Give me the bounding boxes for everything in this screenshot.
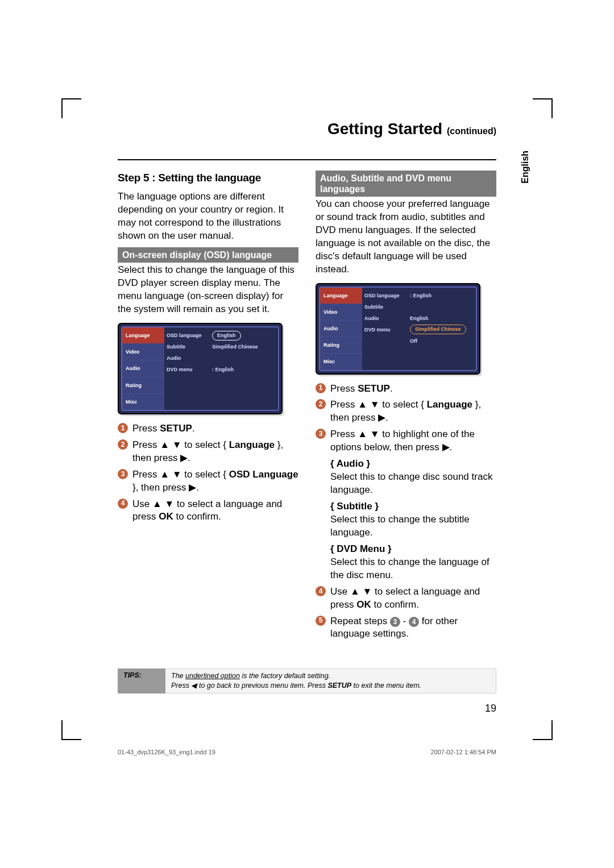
- shot-row: OSD language: English: [364, 290, 474, 301]
- step-number-icon: 3: [118, 469, 128, 479]
- step-item: 2Press ▲ ▼ to select { Language }, then …: [316, 398, 496, 425]
- step-item: 4Use ▲ ▼ to select a language and press …: [118, 498, 298, 524]
- shot-row: Off: [364, 335, 474, 347]
- left-column: Step 5 : Setting the language The langua…: [118, 171, 298, 645]
- option-block: { DVD Menu }Select this to change the la…: [330, 543, 496, 582]
- shot-row: AudioEnglish: [364, 313, 474, 324]
- step-item: 3Press ▲ ▼ to select { OSD Language }, t…: [118, 468, 298, 495]
- step-heading: Step 5 : Setting the language: [118, 171, 298, 185]
- tips-body: The underlined option is the factory def…: [165, 668, 496, 693]
- page-title: Getting Started (continued): [118, 118, 496, 143]
- step-number-icon: 5: [316, 616, 326, 626]
- shot-sidebar: LanguageVideoAudioRatingMisc: [320, 288, 362, 370]
- footer-date: 2007-02-12 1:48:54 PM: [430, 748, 496, 757]
- osd-header-band: On-screen display (OSD) language: [118, 247, 298, 263]
- option-desc: Select this to change disc sound track l…: [330, 471, 496, 497]
- shot-side-item: Misc: [122, 393, 164, 410]
- step-number-icon: 4: [316, 586, 326, 596]
- shot-main: OSD language: EnglishSubtitleAudioEnglis…: [362, 288, 476, 370]
- step-number-icon: 1: [316, 383, 326, 393]
- step-number-icon: 1: [118, 423, 128, 433]
- crop-mark: [61, 98, 81, 118]
- shot-side-item: Language: [320, 288, 362, 304]
- option-desc: Select this to change the language of th…: [330, 556, 496, 582]
- step-item: 3Press ▲ ▼ to highlight one of the optio…: [316, 428, 496, 454]
- step-number-icon: 3: [316, 429, 326, 439]
- step-text: Repeat steps 3 - 4 for other language se…: [330, 615, 496, 641]
- right-steps-2: 4Use ▲ ▼ to select a language and press …: [316, 585, 496, 641]
- option-name: { Subtitle }: [330, 500, 496, 513]
- shot-row: OSD languageEnglish: [167, 330, 276, 341]
- right-steps-1: 1Press SETUP.2Press ▲ ▼ to select { Lang…: [316, 383, 496, 455]
- shot-row: DVD menu: English: [167, 364, 276, 375]
- shot-side-item: Video: [320, 304, 362, 320]
- option-block: { Audio }Select this to change disc soun…: [330, 458, 496, 497]
- option-block: { Subtitle }Select this to change the su…: [330, 500, 496, 539]
- step-text: Use ▲ ▼ to select a language and press O…: [132, 498, 298, 524]
- shot-side-item: Audio: [122, 360, 164, 376]
- step-number-icon: 4: [118, 499, 128, 509]
- intro-paragraph: The language options are different depen…: [118, 190, 298, 243]
- step-text: Press ▲ ▼ to select { OSD Language }, th…: [132, 468, 298, 495]
- shot-side-item: Rating: [320, 337, 362, 353]
- step-text: Press ▲ ▼ to select { Language }, then p…: [132, 439, 298, 465]
- crop-mark: [533, 720, 553, 740]
- tips-label: TIPS:: [118, 668, 165, 693]
- crop-mark: [533, 98, 553, 118]
- step-item: 1Press SETUP.: [118, 422, 298, 435]
- shot-side-item: Language: [122, 327, 164, 343]
- header-rule: [118, 159, 496, 160]
- audio-screenshot: LanguageVideoAudioRatingMisc OSD languag…: [316, 283, 480, 375]
- step-text: Press SETUP.: [132, 422, 298, 435]
- step-item: 5Repeat steps 3 - 4 for other language s…: [316, 615, 496, 641]
- shot-row: Audio: [167, 352, 276, 364]
- options-block: { Audio }Select this to change disc soun…: [316, 458, 496, 582]
- right-intro: You can choose your preferred language o…: [316, 198, 496, 276]
- footer-file: 01-43_dvp3126K_93_eng1.indd 19: [118, 748, 215, 757]
- tips-line1: The underlined option is the factory def…: [171, 671, 492, 681]
- osd-body: Select this to change the language of th…: [118, 264, 298, 316]
- step-text: Press ▲ ▼ to highlight one of the option…: [330, 428, 496, 454]
- step-text: Press SETUP.: [330, 383, 496, 396]
- audio-header-band: Audio, Subtitle and DVD menu languages: [316, 171, 496, 197]
- print-footer: 01-43_dvp3126K_93_eng1.indd 19 2007-02-1…: [118, 748, 496, 757]
- step-text: Use ▲ ▼ to select a language and press O…: [330, 585, 496, 612]
- page-number: 19: [485, 701, 496, 715]
- tips-line2: Press ◀ to go back to previous menu item…: [171, 681, 492, 691]
- shot-row: Subtitle: [364, 301, 474, 313]
- option-name: { Audio }: [330, 458, 496, 471]
- option-desc: Select this to change the subtitle langu…: [330, 513, 496, 539]
- shot-row: DVD menuSimplified Chinese: [364, 324, 474, 335]
- step-item: 4Use ▲ ▼ to select a language and press …: [316, 585, 496, 612]
- tips-bar: TIPS: The underlined option is the facto…: [118, 668, 496, 693]
- osd-screenshot: LanguageVideoAudioRatingMisc OSD languag…: [118, 323, 283, 414]
- shot-sidebar: LanguageVideoAudioRatingMisc: [122, 327, 164, 410]
- shot-side-item: Video: [122, 343, 164, 360]
- two-columns: Step 5 : Setting the language The langua…: [118, 171, 496, 645]
- step-number-icon: 2: [316, 399, 326, 409]
- right-column: Audio, Subtitle and DVD menu languages Y…: [316, 171, 496, 645]
- shot-side-item: Misc: [320, 353, 362, 369]
- shot-side-item: Rating: [122, 377, 164, 393]
- left-steps: 1Press SETUP.2Press ▲ ▼ to select { Lang…: [118, 422, 298, 524]
- shot-side-item: Audio: [320, 320, 362, 337]
- step-text: Press ▲ ▼ to select { Language }, then p…: [330, 398, 496, 425]
- language-tab: English: [519, 151, 532, 184]
- option-name: { DVD Menu }: [330, 543, 496, 556]
- title-text: Getting Started: [327, 120, 442, 138]
- step-item: 1Press SETUP.: [316, 383, 496, 396]
- page-content: Getting Started (continued) English Step…: [118, 118, 496, 715]
- crop-mark: [61, 720, 81, 740]
- title-continued: (continued): [447, 126, 496, 136]
- step-item: 2Press ▲ ▼ to select { Language }, then …: [118, 439, 298, 465]
- step-number-icon: 2: [118, 439, 128, 450]
- shot-main: OSD languageEnglishSubtitleSimplified Ch…: [164, 327, 278, 410]
- shot-row: SubtitleSimplified Chinese: [167, 341, 276, 352]
